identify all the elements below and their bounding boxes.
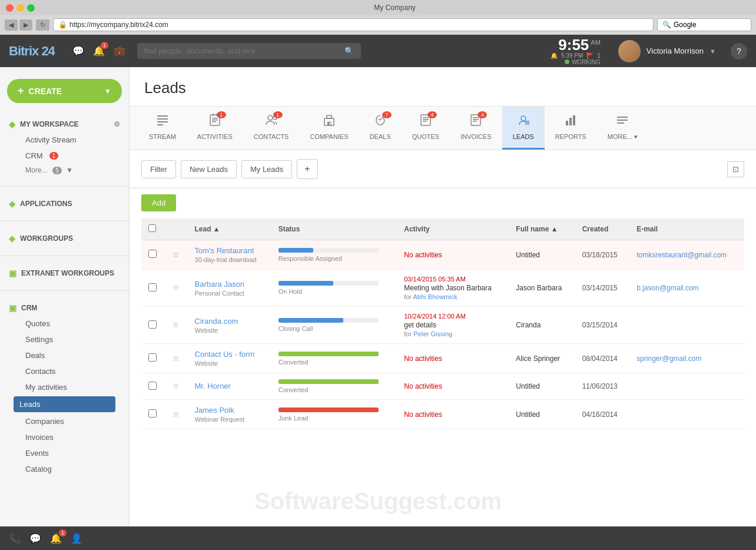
row-checkbox[interactable] (148, 353, 157, 362)
crm-header[interactable]: ▣ CRM (9, 300, 120, 316)
row-lead-cell: James Polk Webinar Request (188, 400, 271, 429)
row-activity-cell: No activities (397, 240, 509, 270)
my-workspace-header[interactable]: ◆ MY WORKSPACE ⚙ (9, 117, 120, 132)
sidebar-item-settings[interactable]: Settings (9, 332, 120, 347)
forward-button[interactable]: ▶ (19, 19, 32, 31)
tab-deals[interactable]: 7 DEALS (359, 107, 402, 150)
close-button[interactable] (6, 4, 14, 12)
url-bar[interactable]: 🔒 https://mycompany.bitrix24.com (53, 18, 654, 31)
maximize-button[interactable] (27, 4, 35, 12)
sidebar-item-activity-stream[interactable]: Activity Stream (9, 132, 120, 148)
sidebar-item-my-activities[interactable]: My activities (9, 379, 120, 395)
tab-quotes[interactable]: 4 QUOTES (402, 107, 450, 150)
browser-controls (6, 4, 35, 12)
activities-icon: 1 (208, 114, 221, 130)
row-handle-cell: ≡ (166, 373, 188, 400)
tab-invoices[interactable]: 4 INVOICES (450, 107, 502, 150)
new-leads-button[interactable]: New Leads (181, 160, 237, 178)
refresh-button[interactable]: ↻ (36, 19, 49, 31)
browser-search-bar[interactable]: 🔍 Google (657, 18, 751, 31)
applications-label: APPLICATIONS (20, 200, 72, 208)
chat-icon[interactable]: 💬 (72, 45, 84, 57)
user-bottom-icon[interactable]: 👤 (71, 533, 82, 544)
search-input[interactable] (144, 47, 340, 55)
divider-4 (0, 290, 129, 291)
applications-header[interactable]: ◈ APPLICATIONS (9, 196, 120, 211)
gear-icon[interactable]: ⚙ (114, 120, 120, 128)
back-button[interactable]: ◀ (5, 19, 18, 31)
drag-handle-icon[interactable]: ≡ (173, 409, 178, 419)
lead-name[interactable]: Ciranda.com (195, 317, 264, 326)
lead-name[interactable]: Contact Us - form (195, 350, 264, 359)
workgroups-header[interactable]: ◈ WORKGROUPS (9, 231, 120, 246)
tab-companies[interactable]: COMPANIES (299, 107, 359, 150)
status-bar-fill (278, 248, 314, 253)
tab-activities[interactable]: 1 ACTIVITIES (187, 107, 243, 150)
sidebar-item-quotes[interactable]: Quotes (9, 316, 120, 332)
tab-leads[interactable]: @ LEADS (502, 107, 545, 150)
sidebar-item-companies[interactable]: Companies (9, 413, 120, 429)
add-filter-button[interactable]: + (297, 159, 317, 179)
activity-for-link[interactable]: Abhi Bhowmick (413, 293, 457, 300)
filter-button[interactable]: Filter (141, 160, 176, 178)
chat-bottom-icon[interactable]: 💬 (29, 533, 41, 544)
global-search[interactable]: 🔍 (137, 43, 361, 59)
more-button[interactable]: More... 5 ▼ (9, 164, 120, 177)
bell-bottom-icon[interactable]: 🔔 1 (50, 533, 62, 544)
col-fullname[interactable]: Full name ▲ (509, 218, 575, 240)
row-checkbox[interactable] (148, 250, 157, 258)
status-bar (278, 318, 379, 323)
working-dot (565, 59, 569, 64)
select-all-checkbox[interactable] (148, 224, 156, 232)
lead-name[interactable]: Tom's Restaurant (195, 246, 264, 255)
lead-name[interactable]: Mr. Horner (195, 382, 264, 390)
sidebar-item-events[interactable]: Events (9, 445, 120, 461)
user-name: Victoria Morrison (646, 47, 704, 55)
sidebar-item-crm[interactable]: CRM 1 (9, 148, 120, 164)
lead-name[interactable]: James Polk (195, 406, 264, 415)
minimize-button[interactable] (16, 4, 24, 12)
tab-more[interactable]: MORE... ▾ (597, 107, 648, 150)
create-button[interactable]: + CREATE ▼ (7, 79, 122, 103)
drag-handle-icon[interactable]: ≡ (173, 250, 178, 260)
row-email-cell (629, 400, 744, 429)
tab-contacts[interactable]: 1 CONTACTS (243, 107, 300, 150)
help-button[interactable]: ? (731, 43, 747, 59)
svg-rect-29 (573, 115, 575, 125)
companies-label: COMPANIES (310, 133, 348, 140)
user-dropdown-icon[interactable]: ▼ (709, 48, 716, 55)
extranet-header[interactable]: ▣ EXTRANET WORKGROUPS (9, 266, 120, 281)
expand-button[interactable]: ⊡ (727, 161, 744, 177)
add-button[interactable]: Add (141, 194, 176, 211)
activity-for-link[interactable]: Peter Gissing (413, 330, 452, 337)
notifications-icon[interactable]: 🔔 1 (93, 45, 105, 57)
briefcase-icon[interactable]: 💼 (114, 45, 125, 57)
row-checkbox[interactable] (148, 382, 157, 390)
tab-stream[interactable]: STREAM (138, 107, 187, 150)
status-bar-fill (278, 407, 379, 412)
sidebar-item-contacts[interactable]: Contacts (9, 363, 120, 379)
my-leads-button[interactable]: My Leads (241, 160, 292, 178)
sidebar-item-leads[interactable]: Leads (14, 396, 115, 412)
activity-text: get details (404, 321, 502, 329)
row-checkbox[interactable] (148, 283, 157, 291)
lead-name[interactable]: Barbara Jason (195, 280, 264, 289)
sidebar-item-invoices[interactable]: Invoices (9, 429, 120, 445)
row-email-cell (629, 373, 744, 400)
sidebar-item-deals[interactable]: Deals (9, 347, 120, 363)
row-checkbox[interactable] (148, 320, 157, 329)
drag-handle-icon[interactable]: ≡ (173, 381, 178, 391)
drag-handle-icon[interactable]: ≡ (173, 353, 178, 363)
row-created-cell: 03/15/2014 (575, 307, 630, 344)
logo-text: Bitrix (9, 44, 38, 58)
phone-icon[interactable]: 📞 (9, 533, 21, 544)
row-checkbox[interactable] (148, 409, 157, 418)
tab-reports[interactable]: REPORTS (545, 107, 597, 150)
drag-handle-icon[interactable]: ≡ (173, 283, 178, 293)
status-bar-fill (278, 318, 344, 323)
sidebar-item-catalog[interactable]: Catalog (9, 461, 120, 477)
row-email-cell: b.jason@gmail.com (629, 270, 744, 307)
col-lead[interactable]: Lead ▲ (188, 218, 271, 240)
fullname: Alice Springer (516, 354, 560, 363)
drag-handle-icon[interactable]: ≡ (173, 320, 178, 330)
